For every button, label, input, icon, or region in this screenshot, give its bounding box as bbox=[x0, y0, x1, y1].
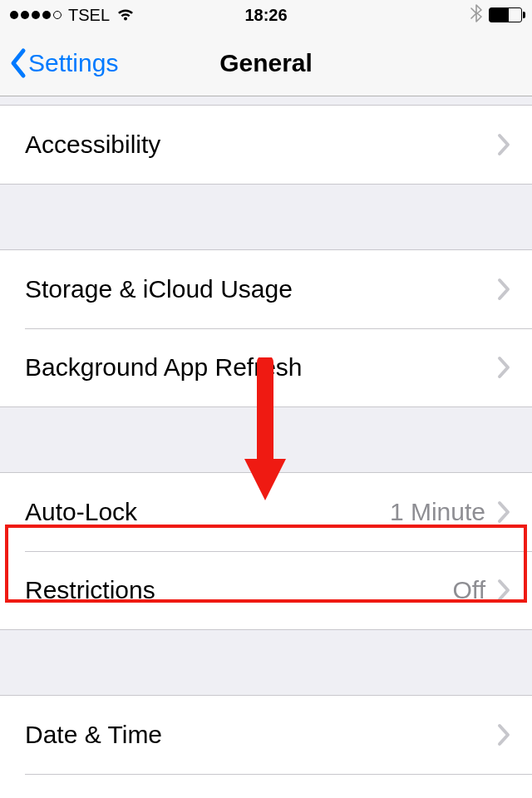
status-right bbox=[470, 4, 522, 27]
settings-group-1: Accessibility bbox=[0, 105, 532, 185]
row-value: 1 Minute bbox=[390, 498, 485, 526]
settings-group-3: Auto-Lock 1 Minute Restrictions Off bbox=[0, 472, 532, 630]
status-bar: TSEL 18:26 bbox=[0, 0, 532, 30]
row-label: Accessibility bbox=[25, 131, 497, 159]
settings-group-2: Storage & iCloud Usage Background App Re… bbox=[0, 249, 532, 407]
row-label: Date & Time bbox=[25, 721, 497, 749]
row-background-app-refresh[interactable]: Background App Refresh bbox=[0, 328, 532, 406]
back-button[interactable]: Settings bbox=[8, 47, 118, 79]
row-date-time[interactable]: Date & Time bbox=[0, 696, 532, 774]
battery-icon bbox=[489, 7, 522, 22]
chevron-left-icon bbox=[8, 47, 27, 79]
back-label: Settings bbox=[28, 49, 118, 77]
row-auto-lock[interactable]: Auto-Lock 1 Minute bbox=[0, 473, 532, 551]
signal-strength-icon bbox=[10, 11, 62, 19]
row-value: Off bbox=[453, 576, 485, 604]
chevron-right-icon bbox=[497, 723, 510, 746]
clock: 18:26 bbox=[244, 6, 287, 25]
navigation-bar: Settings General bbox=[0, 30, 532, 96]
row-label: Auto-Lock bbox=[25, 498, 390, 526]
row-label: Storage & iCloud Usage bbox=[25, 275, 497, 303]
status-left: TSEL bbox=[10, 6, 135, 25]
settings-group-4: Date & Time Keyboard bbox=[0, 695, 532, 798]
row-label: Background App Refresh bbox=[25, 353, 497, 382]
chevron-right-icon bbox=[497, 278, 510, 301]
row-keyboard[interactable]: Keyboard bbox=[0, 774, 532, 798]
chevron-right-icon bbox=[497, 133, 510, 156]
carrier-label: TSEL bbox=[68, 6, 110, 25]
chevron-right-icon bbox=[497, 579, 510, 602]
row-accessibility[interactable]: Accessibility bbox=[0, 106, 532, 184]
page-title: General bbox=[219, 49, 313, 77]
chevron-right-icon bbox=[497, 500, 510, 524]
row-storage-icloud-usage[interactable]: Storage & iCloud Usage bbox=[0, 250, 532, 328]
row-label: Restrictions bbox=[25, 576, 453, 604]
row-restrictions[interactable]: Restrictions Off bbox=[0, 551, 532, 629]
chevron-right-icon bbox=[497, 356, 510, 379]
wifi-icon bbox=[116, 7, 135, 22]
bluetooth-icon bbox=[470, 4, 482, 27]
